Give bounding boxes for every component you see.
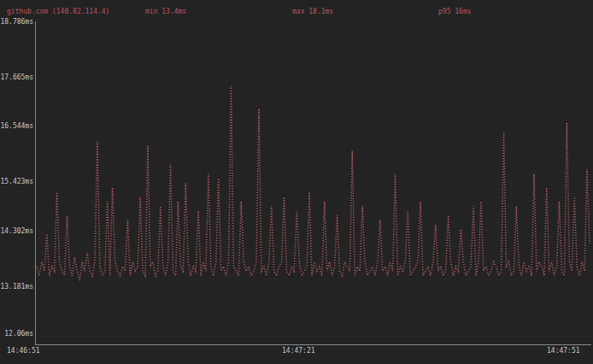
latency-series-path: [37, 85, 590, 280]
latency-plot: [0, 0, 593, 364]
